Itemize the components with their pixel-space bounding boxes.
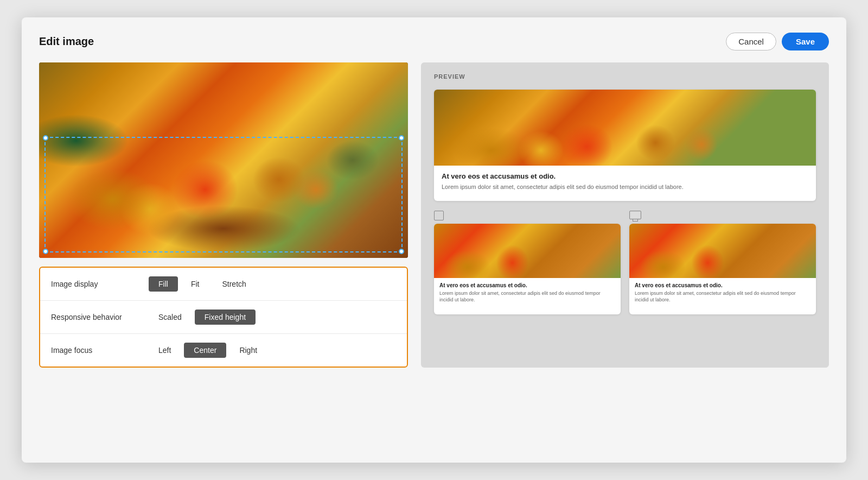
behavior-scaled-button[interactable]: Scaled <box>149 310 192 325</box>
preview-card-desktop: At vero eos et accusamus et odio. Lorem … <box>434 90 816 201</box>
modal-body: Image display Fill Fit Stretch Responsiv… <box>39 62 829 368</box>
display-fit-button[interactable]: Fit <box>181 276 209 292</box>
cancel-button[interactable]: Cancel <box>726 33 776 50</box>
image-focus-row: Image focus Left Center Right <box>40 334 407 367</box>
handle-top-left[interactable] <box>43 135 48 141</box>
save-button[interactable]: Save <box>782 33 829 50</box>
controls-panel: Image display Fill Fit Stretch Responsiv… <box>39 267 408 368</box>
preview-card-small-right: At vero eos et accusamus et odio. Lorem … <box>629 224 816 314</box>
preview-desc-small-left: Lorem ipsum dolor sit amet, consectetur … <box>439 290 615 303</box>
handle-top-right[interactable] <box>399 135 404 141</box>
focus-right-button[interactable]: Right <box>229 343 267 358</box>
monitor-icon <box>629 211 641 219</box>
responsive-behavior-row: Responsive behavior Scaled Fixed height <box>40 301 407 334</box>
focus-center-button[interactable]: Center <box>184 343 226 358</box>
edit-image-modal: Edit image Cancel Save <box>22 17 846 463</box>
modal-title: Edit image <box>39 35 94 48</box>
monitor-icon-cell <box>629 211 816 220</box>
behavior-fixed-height-button[interactable]: Fixed height <box>195 310 256 325</box>
image-display-options: Fill Fit Stretch <box>149 276 256 292</box>
focus-left-button[interactable]: Left <box>149 343 181 358</box>
preview-text-small-left: At vero eos et accusamus et odio. Lorem … <box>434 278 621 314</box>
display-stretch-button[interactable]: Stretch <box>212 276 256 292</box>
image-display-row: Image display Fill Fit Stretch <box>40 268 407 301</box>
tablet-icon <box>434 211 444 220</box>
preview-desc-desktop: Lorem ipsum dolor sit amet, consectetur … <box>442 183 808 191</box>
left-panel: Image display Fill Fit Stretch Responsiv… <box>39 62 408 368</box>
handle-bottom-right[interactable] <box>399 249 404 254</box>
preview-image-desktop <box>434 90 816 166</box>
preview-image-overlay <box>434 90 816 166</box>
header-buttons: Cancel Save <box>726 33 829 50</box>
preview-title-desktop: At vero eos et accusamus et odio. <box>442 172 808 180</box>
preview-image-small-left <box>434 224 621 278</box>
selection-box[interactable] <box>44 137 403 252</box>
right-panel: PREVIEW At vero eos et accusamus et odio… <box>421 62 829 368</box>
responsive-behavior-label: Responsive behavior <box>51 313 149 321</box>
preview-image-small-right <box>629 224 816 278</box>
handle-bottom-left[interactable] <box>43 249 48 254</box>
image-focus-label: Image focus <box>51 346 149 355</box>
display-fill-button[interactable]: Fill <box>149 276 178 292</box>
modal-header: Edit image Cancel Save <box>39 33 829 50</box>
image-display-label: Image display <box>51 280 149 288</box>
preview-small-left-overlay <box>434 224 621 278</box>
tablet-icon-cell <box>434 211 621 220</box>
icon-row-wrapper <box>434 211 816 220</box>
preview-text-small-right: At vero eos et accusamus et odio. Lorem … <box>629 278 816 314</box>
image-focus-options: Left Center Right <box>149 343 267 358</box>
preview-title-small-right: At vero eos et accusamus et odio. <box>635 282 810 288</box>
preview-desc-small-right: Lorem ipsum dolor sit amet, consectetur … <box>635 290 810 303</box>
preview-title-small-left: At vero eos et accusamus et odio. <box>439 282 615 288</box>
preview-small-right-overlay <box>629 224 816 278</box>
preview-text-desktop: At vero eos et accusamus et odio. Lorem … <box>434 166 816 201</box>
responsive-behavior-options: Scaled Fixed height <box>149 310 256 325</box>
preview-label: PREVIEW <box>434 73 816 80</box>
preview-small-row: At vero eos et accusamus et odio. Lorem … <box>434 224 816 314</box>
preview-card-small-left: At vero eos et accusamus et odio. Lorem … <box>434 224 621 314</box>
image-editor <box>39 62 408 258</box>
